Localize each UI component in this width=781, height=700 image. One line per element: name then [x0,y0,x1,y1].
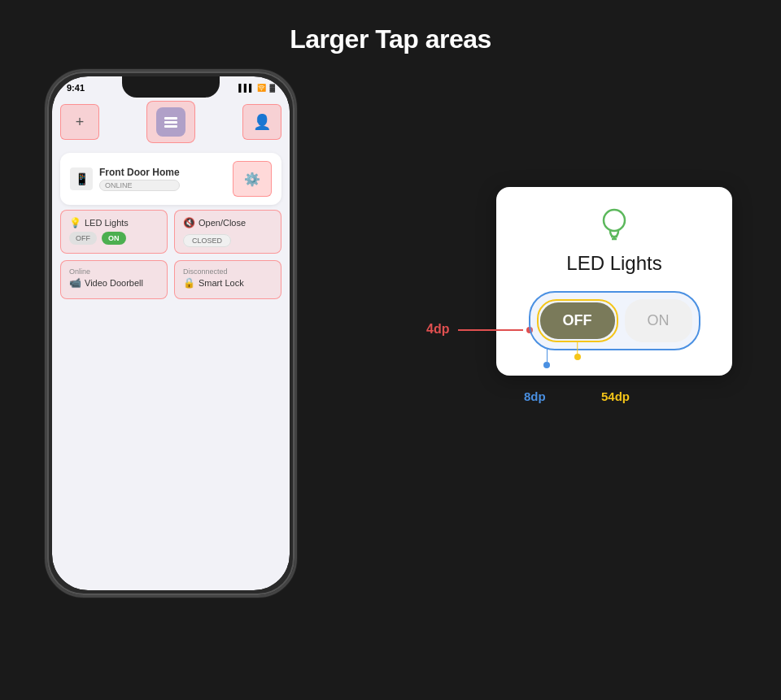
device-details: Front Door Home ONLINE [99,167,180,191]
control-label-row-2: 🔇 Open/Close [183,217,273,228]
on-badge[interactable]: ON [102,232,126,245]
video-doorbell-control[interactable]: Online 📹 Video Doorbell [60,260,168,299]
annotation-54dp: 54dp [601,389,630,403]
open-close-status: CLOSED [183,232,273,246]
off-button[interactable]: OFF [540,302,615,339]
light-icon: 💡 [69,217,81,228]
phone-frame: 9:41 ▌▌▌ 🛜 ▓ + [45,69,297,598]
open-close-label: Open/Close [199,218,246,228]
blue-line [547,349,548,362]
page-title: Larger Tap areas [0,0,781,54]
led-panel-title: LED Lights [516,252,713,275]
device-status-badge: ONLINE [99,180,180,191]
led-lights-panel: LED Lights 4dp OFF ON 8dp [496,187,732,376]
phone-inner: 9:41 ▌▌▌ 🛜 ▓ + [52,76,290,590]
battery-icon: ▓ [269,84,275,92]
led-toggle-row: OFF ON [69,232,159,245]
annotation-8dp: 8dp [524,389,546,403]
status-time: 9:41 [67,83,85,93]
phone-screen: 9:41 ▌▌▌ 🛜 ▓ + [52,76,290,590]
lock-label-row: 🔒 Smart Lock [183,277,273,289]
phone-mockup: 9:41 ▌▌▌ 🛜 ▓ + [45,69,297,598]
lock-icon: 🔒 [183,277,195,289]
controls-grid: 💡 LED Lights OFF ON 🔇 Open/Close [60,210,281,299]
volume-down-button [45,200,47,223]
door-icon: 🔇 [183,217,195,228]
power-button [295,185,297,224]
settings-button[interactable]: ⚙️ [233,161,272,197]
volume-up-button [45,169,47,192]
video-label-row: 📹 Video Doorbell [69,277,159,289]
svg-point-3 [604,210,625,231]
yellow-dot [574,354,581,360]
off-badge[interactable]: OFF [69,232,97,245]
device-card: 📱 Front Door Home ONLINE ⚙️ [60,153,281,205]
profile-button[interactable]: 👤 [242,104,281,140]
app-header: + 👤 [52,96,290,148]
wifi-icon: 🛜 [257,84,266,92]
signal-icon: ▌▌▌ [238,84,254,92]
svg-rect-0 [164,117,177,120]
control-label-row: 💡 LED Lights [69,217,159,228]
disconnected-label: Disconnected [183,267,273,276]
bulb-icon [598,207,630,242]
device-info: 📱 Front Door Home ONLINE [70,167,180,191]
svg-rect-1 [164,121,177,124]
blue-dot [543,362,550,368]
led-lights-label: LED Lights [85,218,129,228]
on-button[interactable]: ON [625,299,692,342]
status-icons: ▌▌▌ 🛜 ▓ [238,84,275,92]
smart-lock-control[interactable]: Disconnected 🔒 Smart Lock [174,260,281,299]
yellow-line [577,341,578,354]
online-label: Online [69,267,159,276]
device-icon: 📱 [70,167,93,190]
smart-lock-name: Smart Lock [199,278,244,288]
add-button[interactable]: + [60,104,99,140]
app-logo-icon [156,107,185,137]
annotation-4dp: 4dp [426,322,533,337]
camera-icon: 📹 [69,277,81,289]
closed-badge: CLOSED [183,234,231,247]
led-lights-control[interactable]: 💡 LED Lights OFF ON [60,210,168,254]
led-icon-wrapper [516,207,713,246]
video-doorbell-name: Video Doorbell [85,278,143,288]
logo-button[interactable] [146,101,195,143]
person-icon: 👤 [253,113,271,131]
open-close-control[interactable]: 🔇 Open/Close CLOSED [174,210,281,254]
plus-icon: + [76,114,85,131]
svg-rect-2 [164,125,177,128]
notch [122,76,220,98]
device-name: Front Door Home [99,167,180,178]
